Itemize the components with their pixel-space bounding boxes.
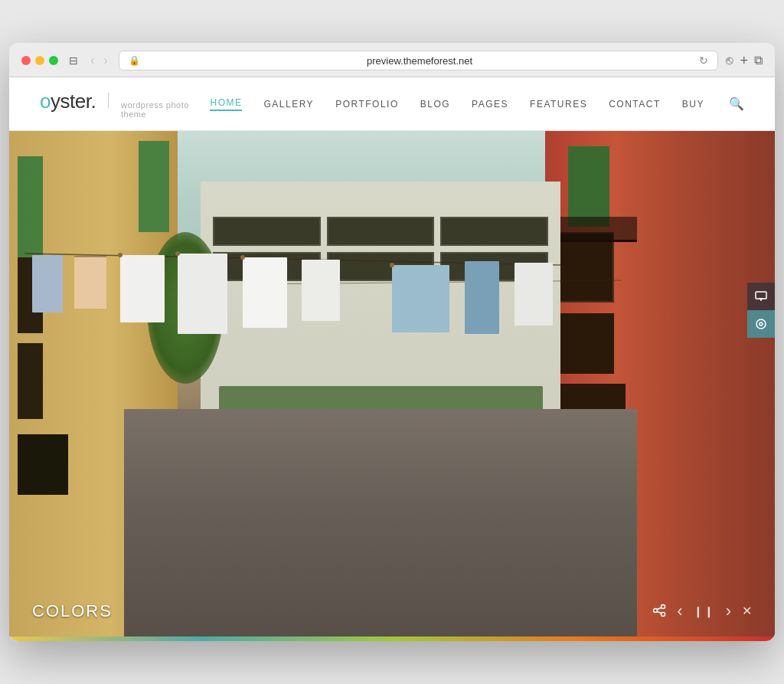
svg-point-19 [756, 319, 766, 329]
sidebar-toggle-button[interactable]: ⊟ [66, 54, 81, 67]
right-sidebar-tools [747, 283, 775, 338]
lock-icon: 🔒 [129, 55, 140, 66]
logo-tagline: wordpress photo theme [121, 100, 210, 119]
back-button[interactable]: ‹ [87, 53, 97, 68]
shutter-left-green [139, 141, 169, 232]
nav-portfolio[interactable]: PORTFOLIO [335, 99, 399, 110]
nav-blog[interactable]: BLOG [420, 99, 450, 110]
center-win-5 [327, 252, 435, 281]
nav-contact[interactable]: CONTACT [609, 99, 661, 110]
hero-section: COLORS ‹ ❙❙ › ✕ [9, 131, 775, 637]
nav-buy[interactable]: BUY [682, 99, 704, 110]
hero-image [9, 131, 775, 637]
nav-features[interactable]: FEATURES [530, 99, 587, 110]
pause-slide-button[interactable]: ❙❙ [694, 606, 715, 617]
window-left-1 [18, 257, 43, 333]
windows-icon[interactable]: ⧉ [754, 54, 763, 67]
logo-divider [108, 93, 109, 108]
address-bar[interactable] [145, 55, 695, 67]
browser-action-buttons: ⎋ + ⧉ [726, 53, 763, 69]
prev-slide-button[interactable]: ‹ [677, 603, 682, 620]
window-right-1 [557, 232, 614, 303]
window-right-2 [557, 313, 614, 374]
close-slide-button[interactable]: ✕ [742, 605, 752, 617]
center-win-1 [213, 217, 321, 246]
svg-point-22 [654, 608, 658, 612]
slide-controls: ‹ ❙❙ › ✕ [652, 603, 752, 620]
desktop-view-button[interactable] [747, 283, 775, 310]
slide-title: COLORS [32, 601, 113, 621]
color-strip-footer [9, 637, 775, 641]
window-left-2 [18, 343, 43, 419]
new-tab-icon[interactable]: + [740, 53, 748, 69]
browser-toolbar: ⊟ ‹ › 🔒 ↻ ⎋ + ⧉ [9, 43, 775, 77]
search-icon[interactable]: 🔍 [729, 97, 744, 111]
shutter-left-top [18, 156, 43, 257]
svg-line-25 [658, 611, 662, 614]
browser-window: ⊟ ‹ › 🔒 ↻ ⎋ + ⧉ oyster. wordpress photo … [9, 43, 775, 641]
svg-point-21 [662, 604, 665, 608]
logo-o: o [40, 90, 51, 113]
site-header: oyster. wordpress photo theme HOME GALLE… [9, 77, 775, 131]
center-win-4 [213, 252, 321, 281]
address-bar-container: 🔒 ↻ [119, 51, 719, 70]
svg-point-23 [662, 612, 665, 616]
close-traffic-light[interactable] [21, 56, 31, 65]
logo-rest: yster. [51, 90, 96, 113]
door-left [18, 434, 68, 495]
share-slide-button[interactable] [652, 604, 666, 620]
nav-gallery[interactable]: GALLERY [263, 99, 314, 110]
site-logo[interactable]: oyster. [40, 90, 96, 113]
site-nav: HOME GALLERY PORTFOLIO BLOG PAGES FEATUR… [210, 97, 744, 111]
maximize-traffic-light[interactable] [49, 56, 58, 65]
nav-home[interactable]: HOME [210, 97, 242, 111]
next-slide-button[interactable]: › [726, 603, 731, 620]
hero-bottom-controls: COLORS ‹ ❙❙ › ✕ [9, 586, 775, 637]
center-win-3 [440, 217, 548, 246]
minimize-traffic-light[interactable] [35, 56, 44, 65]
svg-rect-16 [756, 292, 766, 299]
fullscreen-view-button[interactable] [747, 310, 775, 338]
svg-point-20 [760, 322, 763, 326]
browser-nav-controls: ⊟ ‹ › [66, 53, 111, 68]
forward-button[interactable]: › [100, 53, 110, 68]
refresh-button[interactable]: ↻ [699, 54, 708, 67]
tree-left [147, 232, 224, 384]
website-content: oyster. wordpress photo theme HOME GALLE… [9, 77, 775, 641]
center-win-6 [440, 252, 548, 281]
traffic-lights [21, 56, 58, 65]
svg-line-24 [658, 607, 662, 610]
logo-area: oyster. wordpress photo theme [40, 90, 210, 119]
share-browser-icon[interactable]: ⎋ [726, 54, 733, 67]
center-win-2 [327, 217, 435, 246]
shutter-right-top [568, 146, 609, 227]
nav-pages[interactable]: PAGES [472, 99, 508, 110]
